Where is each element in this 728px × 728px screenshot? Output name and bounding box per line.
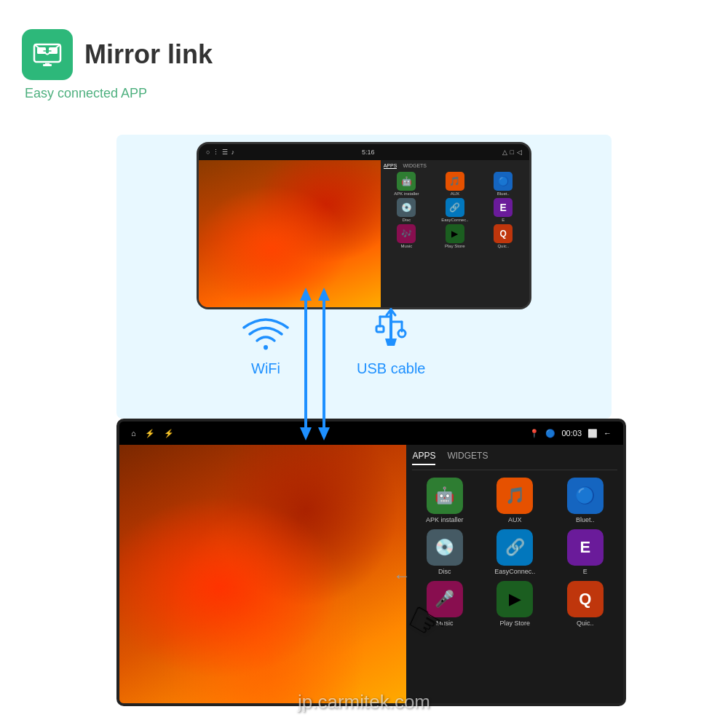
- phone-right-icons: △□◁: [502, 149, 522, 156]
- car-e-icon: E: [567, 529, 604, 566]
- car-quick-icon: Q: [567, 581, 604, 617]
- bluet-label: Bluet..: [497, 191, 510, 196]
- phone-video-content: [199, 160, 381, 307]
- car-status-bar: ⌂ ⚡ ⚡ 📍 🔵 00:03 ⬜ ←: [119, 422, 623, 445]
- car-app-easyconnect[interactable]: 🔗 EasyConnec..: [483, 529, 547, 575]
- svg-rect-6: [43, 64, 52, 66]
- svg-rect-11: [376, 326, 384, 332]
- apk-icon: 🤖: [397, 172, 416, 191]
- app-item-apk[interactable]: 🤖 APK installer: [384, 172, 430, 196]
- header-title-row: Mirror link: [22, 29, 213, 80]
- car-e-label: E: [583, 568, 587, 575]
- svg-marker-17: [300, 288, 312, 301]
- phone-content: APPS WIDGETS 🤖 APK installer 🎵 AUX 🔵 Blu…: [199, 160, 529, 307]
- aux-label: AUX: [451, 191, 459, 196]
- car-app-playstore[interactable]: ▶ Play Store: [483, 581, 547, 627]
- disc-arrow: ←: [393, 566, 411, 586]
- car-app-disc[interactable]: 💿 Disc: [412, 529, 477, 575]
- quick-label: Quic..: [497, 244, 509, 248]
- car-apk-icon: 🤖: [427, 478, 463, 514]
- car-bluet-icon: 🔵: [567, 478, 604, 514]
- car-time: 00:03: [561, 429, 582, 438]
- car-easyconnect-label: EasyConnec..: [494, 568, 535, 575]
- car-tab-apps[interactable]: APPS: [412, 451, 435, 465]
- easyconnect-icon: 🔗: [446, 198, 464, 217]
- svg-marker-16: [300, 427, 312, 440]
- car-bluet-label: Bluet..: [576, 516, 595, 523]
- disc-icon: 💿: [397, 198, 416, 217]
- car-video: [119, 445, 406, 703]
- svg-point-14: [398, 330, 405, 337]
- phone-tab-apps[interactable]: APPS: [384, 163, 397, 169]
- car-bt-icon: 🔵: [545, 429, 555, 438]
- e-label: E: [502, 218, 505, 222]
- svg-marker-20: [318, 427, 330, 440]
- music-icon: 🎶: [397, 224, 416, 243]
- car-app-tabs: APPS WIDGETS: [412, 451, 617, 470]
- car-apk-label: APK installer: [426, 516, 464, 523]
- playstore-label: Play Store: [445, 244, 465, 248]
- car-content: APPS WIDGETS 🤖 APK installer 🎵 AUX 🔵 Blu…: [119, 445, 623, 703]
- app-item-e[interactable]: E E: [480, 198, 526, 222]
- mirror-link-icon-bg: [22, 29, 73, 80]
- car-back-icon: ←: [604, 429, 612, 438]
- svg-marker-19: [318, 288, 330, 301]
- header-subtitle: Easy connected APP: [25, 86, 213, 101]
- quick-icon: Q: [494, 224, 513, 243]
- phone-app-tabs: APPS WIDGETS: [384, 163, 526, 169]
- phone-device: ○⋮☰♪ 5:16 △□◁ APPS WIDGETS 🤖 APK install…: [197, 142, 531, 309]
- app-item-music[interactable]: 🎶 Music: [384, 224, 430, 248]
- car-disc-label: Disc: [438, 568, 451, 575]
- car-app-bluet[interactable]: 🔵 Bluet..: [553, 478, 617, 523]
- car-app-quick[interactable]: Q Quic..: [553, 581, 617, 627]
- usb-section: USB cable: [357, 306, 426, 377]
- phone-status-bar: ○⋮☰♪ 5:16 △□◁: [199, 144, 529, 160]
- e-icon: E: [494, 198, 513, 217]
- app-item-aux[interactable]: 🎵 AUX: [432, 172, 478, 196]
- car-status-right: 📍 🔵 00:03 ⬜ ←: [529, 429, 612, 438]
- phone-video: [199, 160, 381, 307]
- bluet-icon: 🔵: [494, 172, 513, 191]
- watermark: jp.carmitek.com: [298, 691, 430, 713]
- app-item-playstore[interactable]: ▶ Play Store: [432, 224, 478, 248]
- phone-apps-panel: APPS WIDGETS 🤖 APK installer 🎵 AUX 🔵 Blu…: [381, 160, 529, 307]
- car-video-content: [119, 445, 406, 703]
- playstore-icon: ▶: [446, 224, 464, 243]
- page-title: Mirror link: [84, 39, 213, 70]
- car-aux-label: AUX: [508, 516, 522, 523]
- phone-app-grid: 🤖 APK installer 🎵 AUX 🔵 Bluet.. 💿 Disc 🔗: [384, 172, 526, 248]
- connection-arrows: [284, 288, 357, 448]
- header-section: Mirror link Easy connected APP: [22, 29, 213, 101]
- car-window-icon: ⬜: [587, 429, 598, 438]
- car-usb1-icon: ⚡: [145, 429, 155, 438]
- phone-status-icons: ○⋮☰♪: [206, 149, 234, 156]
- app-item-disc[interactable]: 💿 Disc: [384, 198, 430, 222]
- car-disc-icon: 💿: [427, 529, 463, 566]
- car-app-apk[interactable]: 🤖 APK installer: [412, 478, 477, 523]
- car-screen: ⌂ ⚡ ⚡ 📍 🔵 00:03 ⬜ ← APPS WIDGETS 🤖 APK i…: [116, 419, 626, 706]
- app-item-bluet[interactable]: 🔵 Bluet..: [480, 172, 526, 196]
- car-quick-label: Quic..: [577, 620, 594, 627]
- usb-label: USB cable: [357, 360, 426, 377]
- apk-label: APK installer: [394, 191, 419, 196]
- car-status-left: ⌂ ⚡ ⚡: [131, 429, 174, 438]
- car-app-e[interactable]: E E: [553, 529, 617, 575]
- music-label: Music: [401, 244, 413, 248]
- phone-time: 5:16: [362, 149, 375, 156]
- phone-tab-widgets[interactable]: WIDGETS: [403, 163, 427, 169]
- car-apps-panel: APPS WIDGETS 🤖 APK installer 🎵 AUX 🔵 Blu…: [406, 445, 623, 703]
- aux-icon: 🎵: [446, 172, 464, 191]
- car-home-icon: ⌂: [131, 429, 136, 438]
- svg-point-7: [264, 345, 268, 349]
- app-item-quick[interactable]: Q Quic..: [480, 224, 526, 248]
- disc-label: Disc: [403, 218, 411, 222]
- app-item-easyconnect[interactable]: 🔗 EasyConnec..: [432, 198, 478, 222]
- car-playstore-icon: ▶: [496, 581, 533, 617]
- mirror-link-icon: [31, 39, 63, 71]
- car-tab-widgets[interactable]: WIDGETS: [447, 451, 488, 465]
- car-easyconnect-icon: 🔗: [496, 529, 533, 566]
- car-location-icon: 📍: [529, 429, 539, 438]
- usb-icon: [369, 306, 413, 353]
- easyconnect-label: EasyConnec..: [441, 218, 468, 222]
- car-app-aux[interactable]: 🎵 AUX: [483, 478, 547, 523]
